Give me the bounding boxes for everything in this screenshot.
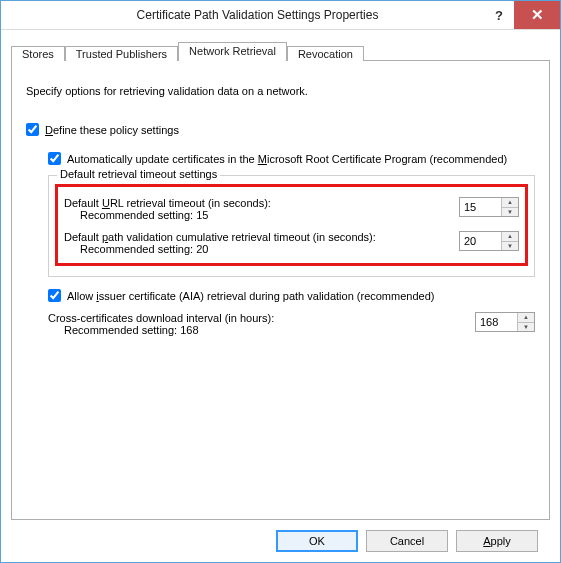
timeout-groupbox: Default retrieval timeout settings Defau… (48, 175, 535, 277)
tab-stores[interactable]: Stores (11, 46, 65, 61)
path-timeout-row: Default path validation cumulative retri… (64, 231, 519, 255)
auto-update-label: Automatically update certificates in the… (67, 153, 507, 165)
path-timeout-spinner[interactable]: 20 ▲ ▼ (459, 231, 519, 251)
button-bar: OK Cancel Apply (11, 520, 550, 562)
cross-cert-block: Cross-certificates download interval (in… (48, 312, 535, 336)
aia-checkbox[interactable] (48, 289, 61, 302)
apply-button[interactable]: Apply (456, 530, 538, 552)
url-timeout-label: Default URL retrieval timeout (in second… (64, 197, 449, 209)
dialog-window: Certificate Path Validation Settings Pro… (0, 0, 561, 563)
define-policy-checkbox[interactable] (26, 123, 39, 136)
tab-panel-network-retrieval: Specify options for retrieving validatio… (11, 60, 550, 520)
aia-row: Allow issuer certificate (AIA) retrieval… (48, 289, 535, 302)
url-timeout-value[interactable]: 15 (460, 198, 501, 216)
url-timeout-up-button[interactable]: ▲ (502, 198, 518, 208)
aia-label: Allow issuer certificate (AIA) retrieval… (67, 290, 434, 302)
path-timeout-up-button[interactable]: ▲ (502, 232, 518, 242)
intro-text: Specify options for retrieving validatio… (26, 85, 535, 97)
cross-cert-value[interactable]: 168 (476, 313, 517, 331)
close-button[interactable]: ✕ (514, 1, 560, 29)
url-timeout-spinner[interactable]: 15 ▲ ▼ (459, 197, 519, 217)
url-timeout-row: Default URL retrieval timeout (in second… (64, 197, 519, 221)
path-timeout-value[interactable]: 20 (460, 232, 501, 250)
path-timeout-label: Default path validation cumulative retri… (64, 231, 449, 243)
ok-button[interactable]: OK (276, 530, 358, 552)
path-timeout-recommended: Recommended setting: 20 (80, 243, 449, 255)
tab-network-retrieval[interactable]: Network Retrieval (178, 42, 287, 61)
tab-trusted-publishers[interactable]: Trusted Publishers (65, 46, 178, 61)
cross-cert-label: Cross-certificates download interval (in… (48, 312, 465, 324)
cancel-button[interactable]: Cancel (366, 530, 448, 552)
path-timeout-down-button[interactable]: ▼ (502, 242, 518, 251)
define-policy-label: Define these policy settings (45, 124, 179, 136)
url-timeout-down-button[interactable]: ▼ (502, 208, 518, 217)
auto-update-row: Automatically update certificates in the… (48, 152, 535, 165)
cross-cert-spinner[interactable]: 168 ▲ ▼ (475, 312, 535, 332)
highlight-box: Default URL retrieval timeout (in second… (55, 184, 528, 266)
dialog-content: Stores Trusted Publishers Network Retrie… (1, 30, 560, 562)
cross-cert-up-button[interactable]: ▲ (518, 313, 534, 323)
cross-cert-row: Cross-certificates download interval (in… (48, 312, 535, 336)
cross-cert-recommended: Recommended setting: 168 (64, 324, 465, 336)
auto-update-checkbox[interactable] (48, 152, 61, 165)
titlebar-controls: ? ✕ (484, 1, 560, 29)
help-button[interactable]: ? (484, 1, 514, 29)
tab-row: Stores Trusted Publishers Network Retrie… (11, 38, 550, 60)
timeout-groupbox-title: Default retrieval timeout settings (57, 168, 220, 180)
url-timeout-recommended: Recommended setting: 15 (80, 209, 449, 221)
define-policy-row: Define these policy settings (26, 123, 535, 136)
tab-revocation[interactable]: Revocation (287, 46, 364, 61)
cross-cert-down-button[interactable]: ▼ (518, 323, 534, 332)
titlebar: Certificate Path Validation Settings Pro… (1, 1, 560, 30)
window-title: Certificate Path Validation Settings Pro… (1, 8, 484, 22)
